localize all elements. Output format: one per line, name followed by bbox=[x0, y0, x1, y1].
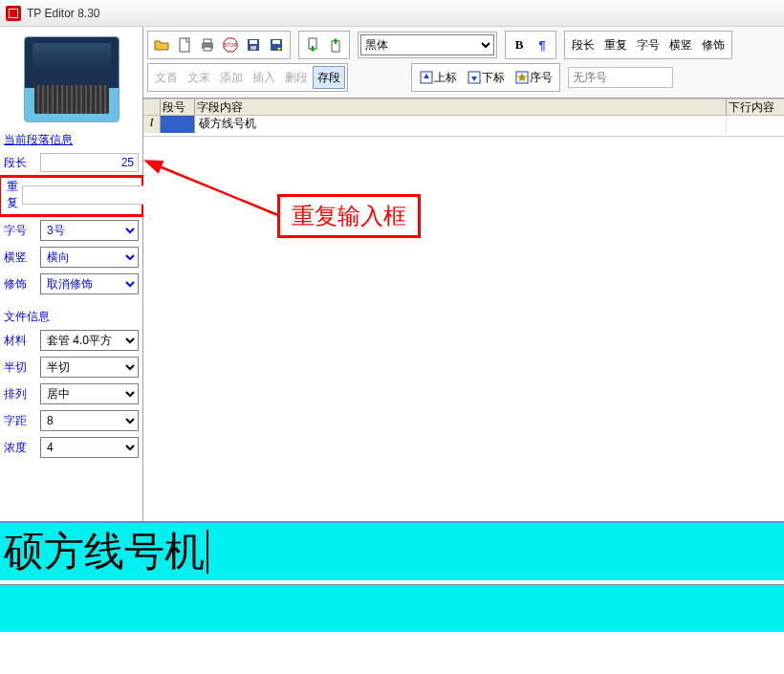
repeat-label: 重复 bbox=[7, 179, 18, 211]
repeat-highlight: 重复 bbox=[0, 175, 144, 217]
svg-rect-3 bbox=[204, 47, 211, 51]
svg-rect-8 bbox=[250, 46, 256, 50]
halfcut-label: 半切 bbox=[4, 359, 36, 376]
file-tool-group: STOP bbox=[147, 31, 291, 59]
preview-panel: 硕方线号机 bbox=[0, 521, 784, 674]
font-size-label: 字号 bbox=[4, 223, 36, 239]
new-button[interactable] bbox=[173, 33, 196, 56]
open-button[interactable] bbox=[150, 33, 173, 56]
preview-band-1: 硕方线号机 bbox=[0, 523, 784, 584]
delseg-button[interactable]: 删段 bbox=[280, 66, 313, 89]
prop-spacing: 字距 8 bbox=[0, 407, 142, 434]
saveas-button[interactable] bbox=[265, 33, 288, 56]
decor-button[interactable]: 修饰 bbox=[697, 33, 730, 56]
subscript-button[interactable]: 下标 bbox=[462, 66, 510, 89]
prop-font-size: 字号 3号 bbox=[0, 217, 142, 244]
save-button[interactable] bbox=[242, 33, 265, 56]
preview-text: 硕方线号机 bbox=[4, 525, 205, 578]
grid-header-next: 下行内容 bbox=[727, 99, 784, 115]
sequence-label: 序号 bbox=[530, 70, 553, 86]
device-image bbox=[24, 36, 120, 122]
orient-button[interactable]: 横竖 bbox=[664, 33, 697, 56]
seg-len-button[interactable]: 段长 bbox=[567, 33, 599, 56]
prop-seg-length: 段长 25 bbox=[0, 150, 142, 175]
svg-rect-0 bbox=[180, 38, 189, 52]
section-current-paragraph: 当前段落信息 bbox=[0, 130, 142, 150]
grid-row[interactable]: I 硕方线号机 bbox=[143, 116, 784, 133]
grid-row-indicator: I bbox=[143, 116, 161, 133]
svg-line-16 bbox=[157, 165, 285, 218]
import-export-group bbox=[298, 31, 350, 59]
prop-material: 材料 套管 4.0平方 bbox=[0, 327, 142, 354]
prop-repeat: 重复 bbox=[1, 178, 142, 214]
sequence-input[interactable] bbox=[568, 67, 673, 88]
svg-rect-2 bbox=[204, 39, 211, 43]
spacing-select[interactable]: 8 bbox=[40, 410, 139, 431]
print-button[interactable] bbox=[196, 33, 219, 56]
section-file-info: 文件信息 bbox=[0, 307, 142, 327]
svg-text:STOP: STOP bbox=[224, 42, 237, 48]
font-family-select[interactable]: 黑体 bbox=[360, 34, 494, 55]
seg-length-label: 段长 bbox=[4, 155, 36, 171]
font-size-select[interactable]: 3号 bbox=[40, 220, 139, 241]
superscript-label: 上标 bbox=[434, 70, 457, 86]
orientation-label: 横竖 bbox=[4, 250, 36, 266]
export-button[interactable] bbox=[324, 33, 347, 56]
saveseg-button[interactable]: 存段 bbox=[313, 66, 345, 89]
prop-decoration: 修饰 取消修饰 bbox=[0, 271, 142, 297]
sup-sub-group: 上标 下标 序号 bbox=[411, 63, 560, 92]
font-button[interactable]: 字号 bbox=[632, 33, 664, 56]
down-arrow-icon bbox=[467, 70, 482, 85]
star-icon bbox=[514, 70, 530, 85]
svg-rect-7 bbox=[250, 40, 257, 44]
import-button[interactable] bbox=[301, 33, 324, 56]
edit-group: 文首 文末 添加 插入 删段 存段 bbox=[147, 63, 348, 92]
align-label: 排列 bbox=[4, 386, 36, 402]
spacing-label: 字距 bbox=[4, 413, 36, 429]
svg-rect-10 bbox=[272, 40, 280, 44]
app-icon bbox=[6, 6, 21, 21]
subscript-label: 下标 bbox=[482, 70, 505, 86]
prop-align: 排列 居中 bbox=[0, 380, 142, 407]
material-select[interactable]: 套管 4.0平方 bbox=[40, 330, 139, 351]
grid-header-content: 字段内容 bbox=[195, 99, 727, 115]
prop-halfcut: 半切 半切 bbox=[0, 354, 142, 380]
align-select[interactable]: 居中 bbox=[40, 383, 139, 404]
text-cursor bbox=[207, 530, 208, 574]
segment-grid: 段号 字段内容 下行内容 I 硕方线号机 bbox=[143, 98, 784, 137]
annotation-label: 重复输入框 bbox=[277, 194, 421, 238]
toolbar: STOP 黑体 B ¶ 段长 重复 字号 bbox=[143, 27, 784, 98]
sequence-button[interactable]: 序号 bbox=[510, 66, 557, 89]
bold-button[interactable]: B bbox=[508, 33, 531, 56]
preview-band-2 bbox=[0, 584, 784, 636]
font-group: 黑体 bbox=[358, 32, 497, 58]
title-bar: TP Editor 8.30 bbox=[0, 0, 784, 27]
density-select[interactable]: 4 bbox=[40, 437, 139, 458]
grid-header: 段号 字段内容 下行内容 bbox=[143, 98, 784, 116]
app-title: TP Editor 8.30 bbox=[27, 7, 100, 20]
repeat-button[interactable]: 重复 bbox=[599, 33, 632, 56]
grid-header-indicator bbox=[143, 99, 161, 115]
decoration-select[interactable]: 取消修饰 bbox=[40, 273, 139, 294]
paragraph-button[interactable]: ¶ bbox=[531, 33, 554, 56]
material-label: 材料 bbox=[4, 333, 36, 349]
preview-spacer bbox=[0, 636, 784, 674]
prop-orientation: 横竖 横向 bbox=[0, 244, 142, 271]
grid-header-seg: 段号 bbox=[161, 99, 195, 115]
insert-button[interactable]: 插入 bbox=[248, 66, 280, 89]
add-button[interactable]: 添加 bbox=[215, 66, 248, 89]
halfcut-select[interactable]: 半切 bbox=[40, 357, 139, 378]
grid-row-seg bbox=[161, 116, 195, 133]
end-button[interactable]: 文末 bbox=[183, 66, 215, 89]
superscript-button[interactable]: 上标 bbox=[414, 66, 462, 89]
grid-row-next bbox=[727, 116, 784, 133]
seg-length-value: 25 bbox=[40, 153, 139, 172]
density-label: 浓度 bbox=[4, 440, 36, 456]
stop-button[interactable]: STOP bbox=[219, 33, 242, 56]
grid-row-content: 硕方线号机 bbox=[195, 116, 727, 133]
orientation-select[interactable]: 横向 bbox=[40, 247, 139, 268]
home-button[interactable]: 文首 bbox=[150, 66, 183, 89]
style-group: B ¶ bbox=[505, 31, 556, 59]
seg-props-group: 段长 重复 字号 横竖 修饰 bbox=[564, 31, 732, 59]
up-arrow-icon bbox=[419, 70, 434, 85]
